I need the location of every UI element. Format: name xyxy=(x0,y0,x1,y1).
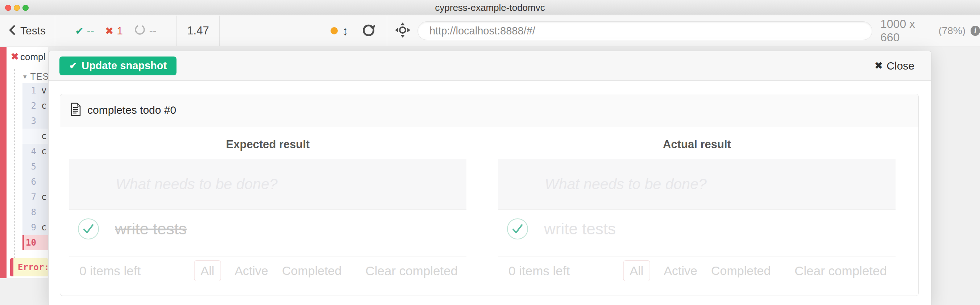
todo-text: write tests xyxy=(115,220,187,238)
todo-placeholder: What needs to be done? xyxy=(116,176,278,193)
pending-circle-icon xyxy=(134,24,146,38)
error-message-box: Error: xyxy=(10,258,48,276)
stat-pending[interactable]: -- xyxy=(134,24,157,38)
caret-down-icon: ▾ xyxy=(23,72,27,81)
error-label: Error: xyxy=(13,262,48,272)
test-stats: ✔ -- ✖ 1 -- xyxy=(55,16,177,46)
clear-completed-label: Clear completed xyxy=(365,264,458,278)
close-label: Close xyxy=(886,60,915,72)
actual-result-heading: Actual result xyxy=(498,138,896,151)
toggle-check-icon xyxy=(506,218,529,240)
items-left-label: 0 items left xyxy=(509,264,570,278)
url-input[interactable]: http://localhost:8888/#/ xyxy=(417,21,872,40)
code-line: 9c xyxy=(22,220,48,235)
chevron-left-icon xyxy=(8,25,16,37)
reporter-sidebar: ✖ compl ▾ TES 1v 2c 3 c 4c 5 6 7c 8 9c 1… xyxy=(0,47,48,278)
window-zoom-button[interactable] xyxy=(22,5,29,11)
items-left-label: 0 items left xyxy=(80,264,141,278)
window-close-button[interactable] xyxy=(5,5,11,11)
run-duration: 1.47 xyxy=(177,16,220,46)
failed-count: 1 xyxy=(117,25,123,37)
filter-active: Active xyxy=(663,264,697,278)
code-line: 4c xyxy=(22,144,48,159)
snapshot-overlay: ✔ Update snapshot ✖ Close completes todo… xyxy=(48,51,931,305)
filter-active: Active xyxy=(234,264,268,278)
window-titlebar: cypress-example-todomvc xyxy=(0,0,980,15)
clear-completed-label: Clear completed xyxy=(794,264,887,278)
snapshot-comparison: Expected result What needs to be done? w… xyxy=(60,126,918,296)
back-to-tests-label: Tests xyxy=(20,25,46,37)
viewport-dot-icon xyxy=(331,27,338,34)
viewport-scale: (78%) xyxy=(938,25,966,37)
todo-filters: All Active Completed xyxy=(194,261,342,281)
update-snapshot-label: Update snapshot xyxy=(81,60,167,72)
viewport-controls: ↕ xyxy=(220,16,387,46)
expected-result-panel: Expected result What needs to be done? w… xyxy=(60,126,489,296)
filter-all: All xyxy=(194,261,221,281)
todo-item: write tests xyxy=(69,210,466,248)
todo-footer: 0 items left All Active Completed Clear … xyxy=(69,256,466,285)
code-line: 6 xyxy=(22,174,48,189)
suite-label: TES xyxy=(30,71,48,82)
code-line: 2c xyxy=(22,98,48,113)
viewport-size: 1000 x 660 xyxy=(880,17,933,44)
code-line: 7c xyxy=(22,189,48,205)
close-button[interactable]: ✖ Close xyxy=(875,60,915,72)
runner-toolbar: Tests ✔ -- ✖ 1 -- 1.47 ↕ xyxy=(0,16,980,46)
command-log-connector xyxy=(14,69,15,272)
error-code-frame: 1v 2c 3 c 4c 5 6 7c 8 9c 10 xyxy=(22,83,48,250)
code-line: c xyxy=(22,129,48,144)
info-icon[interactable]: i xyxy=(970,26,980,36)
back-to-tests-button[interactable]: Tests xyxy=(0,16,55,46)
code-line: 1v xyxy=(22,83,48,98)
document-icon xyxy=(70,103,81,118)
filter-all: All xyxy=(624,261,650,281)
code-line: 8 xyxy=(22,205,48,220)
code-line: 3 xyxy=(22,113,48,129)
stat-failed[interactable]: ✖ 1 xyxy=(105,25,123,37)
check-icon: ✔ xyxy=(69,60,77,71)
actual-todoapp-snapshot: What needs to be done? write tests 0 ite… xyxy=(498,159,896,285)
toggle-check-icon xyxy=(77,218,100,240)
failed-test-name[interactable]: compl xyxy=(20,51,45,63)
filter-completed: Completed xyxy=(711,264,770,278)
window-minimize-button[interactable] xyxy=(14,5,20,11)
check-icon: ✔ xyxy=(75,25,83,37)
actual-result-panel: Actual result What needs to be done? wri… xyxy=(489,126,918,296)
suite-row[interactable]: ▾ TES xyxy=(23,71,48,82)
snapshot-card-header: completes todo #0 xyxy=(60,94,918,126)
todo-footer: 0 items left All Active Completed Clear … xyxy=(498,256,896,285)
overlay-header: ✔ Update snapshot ✖ Close xyxy=(49,51,931,81)
expected-todoapp-snapshot: What needs to be done? write tests 0 ite… xyxy=(69,159,466,285)
new-todo-input: What needs to be done? xyxy=(69,159,466,210)
snapshot-card: completes todo #0 Expected result What n… xyxy=(60,94,919,296)
todo-item: write tests xyxy=(498,210,896,248)
viewport-info: 1000 x 660 (78%) i xyxy=(872,16,980,46)
window-title: cypress-example-todomvc xyxy=(0,0,980,15)
new-todo-input: What needs to be done? xyxy=(498,159,896,210)
expected-result-heading: Expected result xyxy=(69,138,466,151)
url-section: http://localhost:8888/#/ xyxy=(387,16,872,46)
update-snapshot-button[interactable]: ✔ Update snapshot xyxy=(59,57,177,75)
x-icon: ✖ xyxy=(105,25,113,37)
selector-playground-icon[interactable] xyxy=(394,22,411,40)
filter-completed: Completed xyxy=(282,264,341,278)
code-line: 5 xyxy=(22,159,48,174)
close-x-icon: ✖ xyxy=(875,60,883,71)
stat-passed[interactable]: ✔ -- xyxy=(75,25,94,37)
todo-filters: All Active Completed xyxy=(624,261,771,281)
todo-placeholder: What needs to be done? xyxy=(545,176,707,193)
failed-test-stripe xyxy=(0,47,6,278)
passed-count: -- xyxy=(87,25,94,37)
test-fail-x-icon: ✖ xyxy=(11,51,19,62)
snapshot-test-title: completes todo #0 xyxy=(88,104,176,116)
refresh-icon[interactable] xyxy=(361,22,377,40)
viewport-resize-icon: ↕ xyxy=(342,24,348,38)
code-line-error: 10 xyxy=(22,235,48,250)
todo-text: write tests xyxy=(544,220,616,238)
pending-count: -- xyxy=(149,25,157,37)
